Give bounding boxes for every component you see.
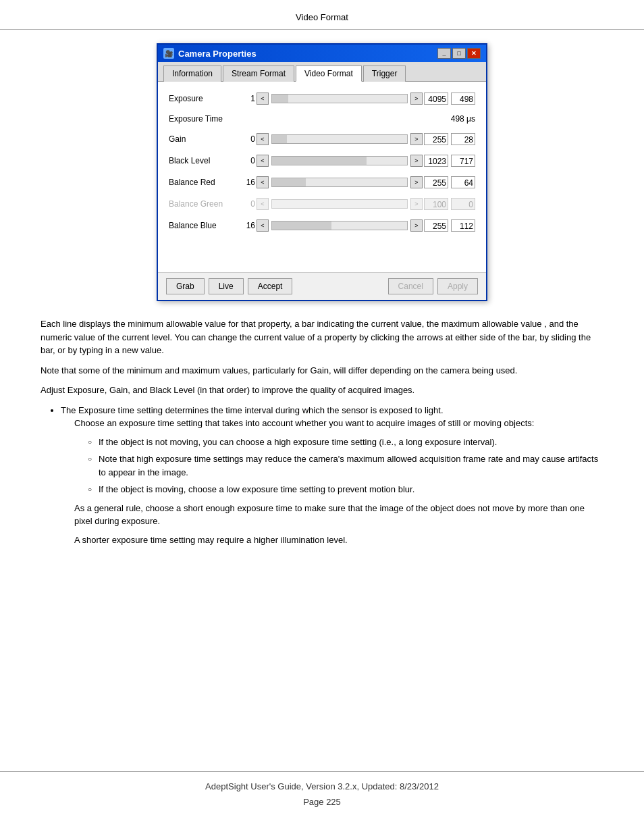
balance-blue-slider-fill xyxy=(272,221,331,230)
gain-current[interactable]: 28 xyxy=(451,133,475,145)
black-level-label: Black Level xyxy=(169,156,236,165)
balance-blue-row: Balance Blue 16 < > 255 112 xyxy=(169,217,475,234)
dialog-spacer xyxy=(169,238,475,265)
header-title: Video Format xyxy=(296,12,348,22)
balance-green-slider xyxy=(271,199,408,209)
sub-para-3: A shorter exposure time setting may requ… xyxy=(74,533,603,547)
black-level-slider-fill xyxy=(272,157,367,165)
body-paragraph3: Adjust Exposure, Gain, and Black Level (… xyxy=(41,384,603,397)
balance-blue-label: Balance Blue xyxy=(169,221,236,230)
exposure-label: Exposure xyxy=(169,94,236,103)
live-button[interactable]: Live xyxy=(209,278,244,294)
gain-arrow-left[interactable]: < xyxy=(257,133,269,145)
gain-slider-fill xyxy=(272,135,287,143)
black-level-arrow-right[interactable]: > xyxy=(410,155,423,167)
circle-item-1: If the object is not moving, you can cho… xyxy=(88,436,603,449)
gain-slider[interactable] xyxy=(271,134,408,144)
page-number: Page 225 xyxy=(0,797,644,807)
dialog-wrapper: 🎥 Camera Properties _ □ ✕ Information St… xyxy=(41,43,603,301)
exposure-max: 4095 xyxy=(424,93,448,105)
grab-button[interactable]: Grab xyxy=(166,278,205,294)
balance-red-slider-fill xyxy=(272,178,306,186)
balance-blue-min: 16 xyxy=(236,221,255,230)
exposure-arrow-right[interactable]: > xyxy=(410,93,423,105)
exposure-time-value: 498 μs xyxy=(451,114,475,124)
tab-trigger[interactable]: Trigger xyxy=(363,66,406,82)
gain-max: 255 xyxy=(424,133,448,145)
body-paragraph1: Each line displays the minimum allowable… xyxy=(41,317,603,357)
exposure-row: Exposure 1 < > 4095 498 xyxy=(169,90,475,107)
titlebar-left: 🎥 Camera Properties xyxy=(163,48,257,59)
balance-red-min: 16 xyxy=(236,178,255,187)
exposure-time-row: Exposure Time 498 μs xyxy=(169,111,475,126)
black-level-max: 1023 xyxy=(424,155,448,167)
page-header: Video Format xyxy=(0,0,644,30)
balance-red-slider[interactable] xyxy=(271,178,408,187)
balance-blue-current[interactable]: 112 xyxy=(451,219,475,232)
exposure-arrow-left[interactable]: < xyxy=(257,93,269,105)
balance-blue-arrow-left[interactable]: < xyxy=(257,219,269,232)
balance-green-label: Balance Green xyxy=(169,199,236,209)
black-level-arrow-left[interactable]: < xyxy=(257,155,269,167)
black-level-slider[interactable] xyxy=(271,156,408,165)
balance-red-arrow-left[interactable]: < xyxy=(257,176,269,188)
balance-green-max: 100 xyxy=(424,198,448,210)
footer-text: AdeptSight User's Guide, Version 3.2.x, … xyxy=(0,781,644,791)
balance-green-row: Balance Green 0 < > 100 0 xyxy=(169,195,475,213)
circle-item-2: Note that high exposure time settings ma… xyxy=(88,452,603,479)
balance-blue-arrow-right[interactable]: > xyxy=(410,219,423,232)
balance-blue-slider[interactable] xyxy=(271,221,408,230)
exposure-current[interactable]: 498 xyxy=(451,93,475,105)
balance-red-arrow-right[interactable]: > xyxy=(410,176,423,188)
bullet-list: The Exposure time setting determines the… xyxy=(61,404,603,547)
bullet-item-1: The Exposure time setting determines the… xyxy=(61,404,603,547)
black-level-row: Black Level 0 < > 1023 717 xyxy=(169,152,475,170)
exposure-slider[interactable] xyxy=(271,94,408,103)
dialog-body: Exposure 1 < > 4095 498 Exposure Time 49… xyxy=(158,82,486,272)
gain-label: Gain xyxy=(169,134,236,144)
dialog-title: Camera Properties xyxy=(178,49,257,59)
balance-blue-max: 255 xyxy=(424,219,448,232)
dialog-icon: 🎥 xyxy=(163,48,174,59)
cancel-button[interactable]: Cancel xyxy=(388,278,433,294)
exposure-time-label: Exposure Time xyxy=(169,114,236,124)
balance-red-label: Balance Red xyxy=(169,178,236,187)
sub-para-2: As a general rule, choose a short enough… xyxy=(74,502,603,528)
exposure-slider-fill xyxy=(272,95,288,103)
dialog-titlebar: 🎥 Camera Properties _ □ ✕ xyxy=(158,45,486,62)
circle-list: If the object is not moving, you can cho… xyxy=(88,436,603,496)
tab-stream-format[interactable]: Stream Format xyxy=(223,66,294,82)
titlebar-controls: _ □ ✕ xyxy=(437,48,481,59)
bullet-item-1-text: The Exposure time setting determines the… xyxy=(61,405,444,415)
gain-min: 0 xyxy=(236,134,255,144)
accept-button[interactable]: Accept xyxy=(248,278,293,294)
black-level-min: 0 xyxy=(236,156,255,165)
balance-green-current: 0 xyxy=(451,198,475,210)
tab-information[interactable]: Information xyxy=(163,66,221,82)
dialog-footer: Grab Live Accept Cancel Apply xyxy=(158,272,486,300)
gain-row: Gain 0 < > 255 28 xyxy=(169,130,475,148)
body-paragraph2: Note that some of the minimum and maximu… xyxy=(41,364,603,377)
balance-green-arrow-left: < xyxy=(257,198,269,210)
sub-para-1: Choose an exposure time setting that tak… xyxy=(74,417,603,430)
gain-arrow-right[interactable]: > xyxy=(410,133,423,145)
balance-green-min: 0 xyxy=(236,199,255,209)
black-level-current[interactable]: 717 xyxy=(451,155,475,167)
balance-red-current[interactable]: 64 xyxy=(451,176,475,188)
tab-video-format[interactable]: Video Format xyxy=(296,66,362,82)
page-footer: AdeptSight User's Guide, Version 3.2.x, … xyxy=(0,771,644,807)
exposure-min: 1 xyxy=(236,94,255,103)
balance-green-arrow-right: > xyxy=(410,198,423,210)
balance-red-row: Balance Red 16 < > 255 64 xyxy=(169,174,475,191)
circle-item-3: If the object is moving, choose a low ex… xyxy=(88,483,603,496)
balance-red-max: 255 xyxy=(424,176,448,188)
apply-button[interactable]: Apply xyxy=(437,278,478,294)
dialog-tabs: Information Stream Format Video Format T… xyxy=(158,62,486,82)
close-button[interactable]: ✕ xyxy=(467,48,481,59)
camera-properties-dialog: 🎥 Camera Properties _ □ ✕ Information St… xyxy=(157,43,487,301)
minimize-button[interactable]: _ xyxy=(437,48,451,59)
restore-button[interactable]: □ xyxy=(452,48,466,59)
